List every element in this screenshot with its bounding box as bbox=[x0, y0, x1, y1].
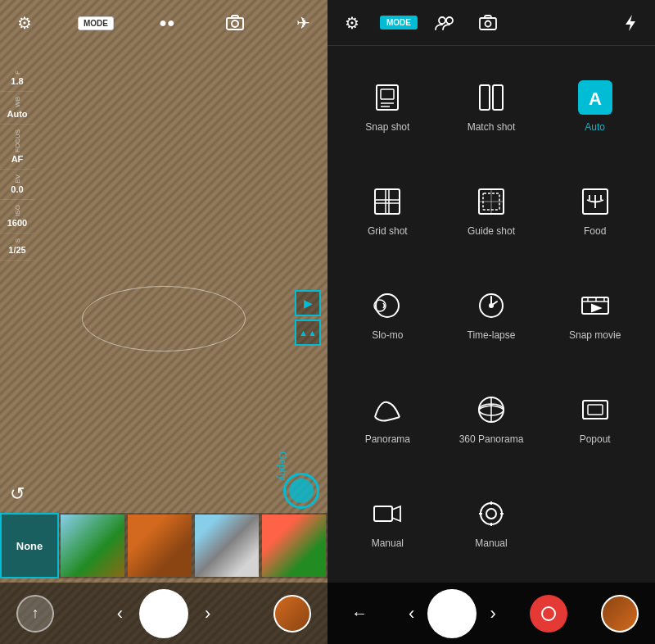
right-settings-icon[interactable]: ⚙ bbox=[337, 8, 367, 38]
svg-rect-12 bbox=[493, 85, 503, 110]
popout-icon bbox=[578, 392, 612, 427]
svg-rect-47 bbox=[374, 506, 392, 521]
mode-time-lapse[interactable]: Time-lapse bbox=[440, 262, 544, 366]
snap-shot-icon bbox=[370, 80, 404, 115]
ev-label: EV bbox=[14, 175, 21, 184]
svg-rect-14 bbox=[375, 189, 400, 214]
thumbnail-strip: None bbox=[0, 513, 328, 578]
mode-snap-movie[interactable]: Snap movie bbox=[543, 262, 647, 366]
shutter-speed-control[interactable]: S 1/25 bbox=[0, 234, 34, 260]
focus-label: FOCUS bbox=[14, 129, 21, 152]
flash-icon[interactable]: ✈ bbox=[288, 8, 318, 38]
mode-slo-mo[interactable]: Slo-mo bbox=[336, 262, 440, 366]
svg-rect-44 bbox=[583, 401, 608, 419]
snap-shot-label: Snap shot bbox=[365, 121, 409, 133]
shutter-inner bbox=[289, 478, 314, 503]
mode-grid-shot[interactable]: Grid shot bbox=[336, 158, 440, 262]
thumb-none[interactable]: None bbox=[0, 513, 59, 578]
right-mode-badge[interactable]: MODE bbox=[380, 16, 418, 29]
time-lapse-label: Time-lapse bbox=[468, 329, 516, 341]
svg-marker-48 bbox=[392, 506, 400, 521]
mode-360-panorama[interactable]: 360 Panorama bbox=[440, 366, 544, 470]
shutter-ring[interactable] bbox=[283, 473, 319, 509]
food-icon bbox=[578, 184, 612, 219]
thumbnail-4[interactable] bbox=[262, 515, 326, 577]
manual-video-icon bbox=[370, 497, 404, 531]
mode-match-shot[interactable]: Match shot bbox=[440, 54, 544, 158]
svg-marker-6 bbox=[626, 15, 635, 31]
side-controls: F 1.8 WB Auto FOCUS AF EV 0.0 ISO 1600 S… bbox=[0, 66, 34, 513]
mode-popout[interactable]: Popout bbox=[543, 366, 647, 470]
right-prev-button[interactable]: ‹ bbox=[409, 603, 414, 624]
manual-video-label: Manual bbox=[372, 537, 404, 549]
back-button[interactable]: ← bbox=[344, 598, 375, 629]
camera-side-icons: ▶ ▲▲ bbox=[295, 290, 321, 346]
right-shutter-button[interactable] bbox=[427, 589, 477, 638]
prev-button[interactable]: ‹ bbox=[117, 603, 123, 624]
wb-label: WB bbox=[14, 97, 21, 107]
svg-point-33 bbox=[490, 304, 493, 307]
quick-shutter[interactable] bbox=[283, 473, 319, 509]
camera-switch-icon[interactable] bbox=[220, 8, 250, 38]
mode-manual-video[interactable]: Manual bbox=[336, 470, 440, 574]
left-bottom-bar: ↑ ‹ › bbox=[0, 583, 328, 644]
right-next-button[interactable]: › bbox=[490, 603, 495, 624]
mode-guide-shot[interactable]: Guide shot bbox=[440, 158, 544, 262]
mode-auto[interactable]: A Auto bbox=[543, 54, 647, 158]
upload-button[interactable]: ↑ bbox=[16, 595, 54, 633]
svg-text:A: A bbox=[589, 88, 602, 108]
svg-point-5 bbox=[486, 20, 491, 26]
ev-control[interactable]: EV 0.0 bbox=[0, 170, 34, 201]
left-top-toolbar: ⚙ MODE ●● ✈ bbox=[0, 8, 328, 38]
shutter-value: 1/25 bbox=[8, 245, 25, 255]
next-button[interactable]: › bbox=[205, 603, 210, 624]
auto-label: Auto bbox=[585, 121, 605, 133]
right-flash-icon[interactable] bbox=[616, 8, 645, 38]
focus-value: AF bbox=[11, 154, 24, 164]
manual-camera-label: Manual bbox=[475, 537, 507, 549]
aperture-control[interactable]: F 1.8 bbox=[0, 66, 34, 92]
record-button[interactable] bbox=[530, 595, 567, 633]
shutter-button[interactable] bbox=[139, 589, 188, 638]
360-panorama-icon bbox=[474, 392, 508, 427]
settings-icon[interactable]: ⚙ bbox=[10, 8, 39, 38]
auto-icon: A bbox=[578, 80, 612, 115]
snap-movie-icon bbox=[578, 288, 612, 323]
right-gallery-thumbnail[interactable] bbox=[601, 595, 639, 633]
food-label: Food bbox=[584, 225, 606, 237]
svg-rect-8 bbox=[381, 89, 394, 99]
focus-control[interactable]: FOCUS AF bbox=[0, 125, 34, 170]
slo-mo-label: Slo-mo bbox=[372, 329, 403, 341]
people-icon[interactable]: ●● bbox=[152, 8, 182, 38]
right-bottom-bar: ← ‹ › bbox=[328, 583, 655, 644]
svg-point-50 bbox=[486, 509, 496, 519]
match-shot-icon bbox=[474, 80, 508, 115]
iso-value: 1600 bbox=[7, 218, 27, 228]
wb-control[interactable]: WB Auto bbox=[0, 92, 34, 125]
mode-snap-shot[interactable]: Snap shot bbox=[336, 54, 440, 158]
right-people-icon[interactable] bbox=[431, 8, 460, 38]
guide-shot-icon bbox=[474, 184, 508, 219]
thumbnail-2[interactable] bbox=[128, 515, 192, 577]
mode-badge[interactable]: MODE bbox=[78, 16, 114, 30]
ev-value: 0.0 bbox=[11, 184, 23, 194]
iso-label: ISO bbox=[14, 205, 21, 216]
play-icon[interactable]: ▶ bbox=[295, 290, 321, 316]
gallery-thumbnail[interactable] bbox=[273, 595, 311, 633]
iso-control[interactable]: ISO 1600 bbox=[0, 200, 34, 234]
mode-manual-camera[interactable]: Manual bbox=[440, 470, 544, 574]
svg-rect-45 bbox=[588, 405, 603, 415]
thumbnail-1[interactable] bbox=[61, 515, 124, 577]
svg-point-49 bbox=[481, 503, 502, 524]
match-shot-label: Match shot bbox=[468, 121, 516, 133]
refresh-icon[interactable]: ↺ bbox=[10, 483, 25, 505]
right-camera-switch-icon[interactable] bbox=[473, 8, 503, 38]
svg-point-1 bbox=[232, 20, 238, 27]
mode-food[interactable]: Food bbox=[543, 158, 647, 262]
panorama-label: Panorama bbox=[365, 433, 410, 445]
stabilize-icon[interactable]: ▲▲ bbox=[295, 320, 321, 346]
thumbnail-3[interactable] bbox=[195, 515, 259, 577]
wb-value: Auto bbox=[7, 109, 27, 119]
svg-point-2 bbox=[439, 17, 445, 24]
mode-panorama[interactable]: Panorama bbox=[336, 366, 440, 470]
